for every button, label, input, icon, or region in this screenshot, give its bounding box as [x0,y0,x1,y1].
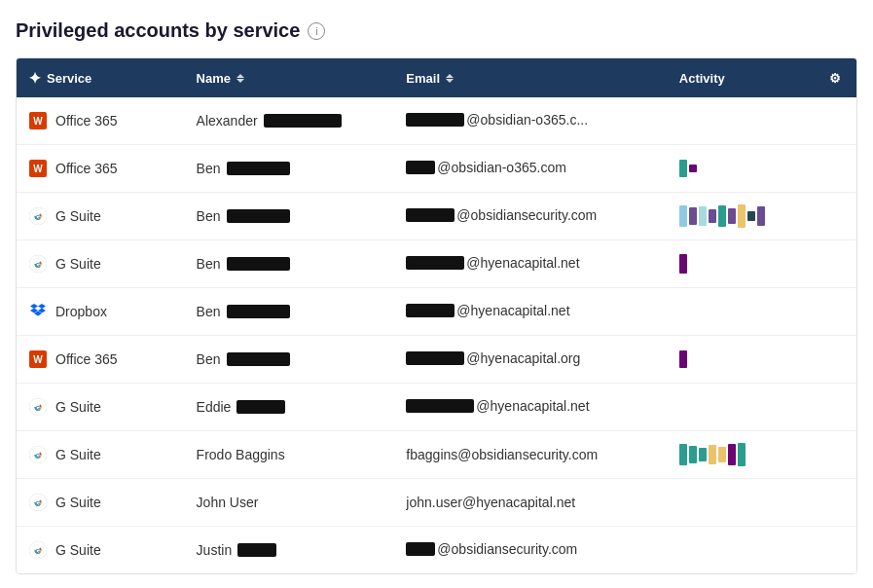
gear-icon[interactable]: ⚙ [825,68,845,88]
service-name: Dropbox [55,304,107,319]
service-name: Office 365 [55,161,118,176]
name-first: Ben [197,208,221,224]
table-row: G G Suite John Userjohn.user@hyenacapita… [17,479,856,527]
office365-icon: W [28,159,48,178]
table-body: W Office 365 Alexander @obsidian-o365.c.… [17,97,856,573]
service-cell: G G Suite [17,240,185,288]
service-cell: G G Suite [17,384,185,431]
email-full: john.user@hyenacapital.net [406,495,575,510]
name-cell: Ben [185,288,395,336]
activity-cell [668,288,856,336]
name-cell: Eddie [185,384,395,431]
activity-bar [699,206,707,226]
name-redacted [227,162,290,175]
name-sort-icon[interactable] [236,74,244,83]
name-first: Ben [197,304,221,319]
table-row: G G Suite Ben @obsidiansecurity.com [17,193,856,240]
accounts-table: ✦ Service Name [17,58,856,573]
email-domain: @obsidiansecurity.com [437,541,577,557]
email-redacted [406,208,455,222]
table-row: G G Suite Eddie @hyenacapital.net [17,384,856,431]
office365-icon: W [28,349,48,369]
email-domain: @obsidian-o365.com [437,160,566,175]
activity-cell [668,336,856,384]
email-redacted [406,399,474,413]
svg-marker-11 [38,304,46,309]
service-cell: W Office 365 [17,336,185,384]
service-icon-header: ✦ [28,69,41,88]
title-row: Privileged accounts by service i [16,19,857,42]
svg-text:G: G [35,214,41,221]
email-redacted [406,351,464,365]
email-cell: fbaggins@obsidiansecurity.com [394,431,667,479]
activity-column-header[interactable]: Activity ⚙ [668,58,856,97]
activity-bar [679,350,687,368]
name-first: Eddie [197,399,232,415]
email-redacted [406,256,464,270]
email-redacted [406,542,435,556]
email-redacted [406,161,435,174]
table-row: W Office 365 Ben @hyenacapital.org [17,336,856,384]
email-redacted [406,113,464,127]
dropbox-icon [28,302,48,321]
gsuite-icon: G [28,397,48,417]
name-redacted [236,400,285,414]
activity-bar [679,205,687,227]
email-cell: @obsidian-o365.c... [394,97,667,145]
svg-marker-10 [30,304,38,309]
svg-text:G: G [35,453,41,459]
email-column-header[interactable]: Email [394,58,667,97]
table-header-row: ✦ Service Name [17,58,856,97]
svg-text:W: W [33,164,43,174]
activity-bar [689,446,697,463]
activity-bar [728,208,736,224]
activity-bar [679,160,687,177]
service-name: G Suite [55,208,101,224]
email-cell: @hyenacapital.net [394,384,667,431]
name-redacted [227,305,290,318]
service-cell: W Office 365 [17,97,185,145]
name-column-header[interactable]: Name [185,58,395,97]
service-name: G Suite [55,399,101,415]
email-domain: @obsidian-o365.c... [466,112,588,128]
activity-bar [709,445,716,464]
activity-bar [718,447,726,462]
svg-text:G: G [35,262,41,269]
activity-cell [668,527,856,574]
email-sort-icon[interactable] [446,74,454,83]
name-first: Ben [197,161,221,176]
activity-cell [668,240,856,288]
gsuite-icon: G [28,206,48,226]
activity-bar [738,204,746,228]
service-column-header[interactable]: ✦ Service [17,58,185,97]
gsuite-icon: G [28,493,48,512]
name-redacted [264,114,342,128]
service-cell: Dropbox [17,288,185,336]
name-cell: Ben [185,240,395,288]
service-cell: G G Suite [17,193,185,240]
service-name: G Suite [55,256,101,272]
email-domain: @hyenacapital.net [466,255,579,271]
activity-bar [679,254,687,274]
name-cell: John User [185,479,395,527]
name-first: Justin [197,542,233,558]
name-cell: Frodo Baggins [185,431,395,479]
info-icon[interactable]: i [308,22,325,40]
office365-icon: W [28,111,48,130]
name-first: Ben [197,351,221,367]
activity-cell [668,145,856,193]
activity-bar [679,444,687,465]
name-redacted [227,209,290,223]
email-redacted [406,304,455,317]
email-cell: @obsidiansecurity.com [394,193,667,240]
name-cell: Justin [185,527,395,574]
activity-cell [668,384,856,431]
activity-cell [668,193,856,240]
service-name: G Suite [55,447,101,462]
name-redacted [227,257,290,271]
email-domain: @obsidiansecurity.com [456,207,597,223]
svg-text:G: G [35,405,41,412]
gsuite-icon: G [28,254,48,274]
name-first: Ben [197,256,221,272]
table-row: W Office 365 Alexander @obsidian-o365.c.… [17,97,856,145]
